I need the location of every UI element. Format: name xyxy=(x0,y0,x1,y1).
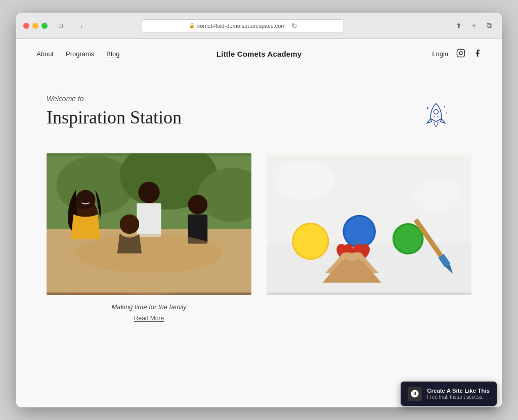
svg-point-5 xyxy=(444,106,445,107)
svg-rect-0 xyxy=(457,49,465,57)
instagram-icon[interactable] xyxy=(456,49,465,60)
url-text: comet-fluid-demo.squarespace.com xyxy=(197,23,286,29)
svg-point-33 xyxy=(276,161,335,200)
svg-point-25 xyxy=(293,224,328,259)
fullscreen-button[interactable] xyxy=(41,23,48,29)
welcome-text: Welcome to xyxy=(47,95,471,103)
squarespace-sub-text: Free trial. Instant access. xyxy=(427,394,490,400)
blog-hero: Welcome to Inspiration Station xyxy=(16,69,502,143)
art-scene-image xyxy=(267,153,471,295)
svg-point-15 xyxy=(76,190,96,210)
nav-blog[interactable]: Blog xyxy=(106,50,119,58)
svg-point-6 xyxy=(446,112,447,113)
nav-about[interactable]: About xyxy=(36,50,54,58)
svg-point-34 xyxy=(413,178,461,212)
svg-point-19 xyxy=(188,195,208,215)
lock-icon: 🔒 xyxy=(189,23,195,28)
svg-point-27 xyxy=(344,217,374,246)
website-content: About Programs Blog Little Comets Academ… xyxy=(16,39,502,407)
svg-point-2 xyxy=(462,51,463,52)
facebook-icon[interactable] xyxy=(473,49,482,59)
traffic-lights xyxy=(23,23,48,29)
browser-chrome: ⊡ ‹ › 🔒 comet-fluid-demo.squarespace.com… xyxy=(16,13,502,39)
login-link[interactable]: Login xyxy=(432,50,448,58)
svg-point-4 xyxy=(427,107,428,109)
svg-point-8 xyxy=(438,116,439,117)
svg-point-7 xyxy=(434,116,435,117)
browser-controls: ⊡ ‹ › xyxy=(56,21,84,31)
blog-title: Inspiration Station xyxy=(47,107,471,128)
post-caption-family: Making time for the family xyxy=(47,295,251,315)
svg-point-16 xyxy=(138,182,159,203)
minimize-button[interactable] xyxy=(32,23,38,29)
svg-point-29 xyxy=(395,225,422,253)
rocket-icon xyxy=(421,100,451,132)
svg-point-3 xyxy=(434,110,439,114)
squarespace-main-text: Create A Site Like This xyxy=(427,388,490,394)
squarespace-banner[interactable]: Create A Site Like This Free trial. Inst… xyxy=(401,382,497,406)
forward-button[interactable]: › xyxy=(78,21,85,31)
squarespace-logo xyxy=(408,387,422,401)
family-scene-image xyxy=(47,153,251,295)
svg-point-18 xyxy=(120,215,140,234)
sidebar-toggle-icon[interactable]: ⊡ xyxy=(56,21,66,31)
svg-point-21 xyxy=(76,234,222,273)
nav-left: About Programs Blog xyxy=(36,50,119,58)
blog-card-family: Making time for the family Read More xyxy=(47,153,251,324)
nav-programs[interactable]: Programs xyxy=(66,50,94,58)
back-button[interactable]: ‹ xyxy=(69,21,75,31)
new-tab-icon[interactable]: ＋ xyxy=(468,20,480,31)
blog-grid: Making time for the family Read More xyxy=(16,143,502,344)
site-header: About Programs Blog Little Comets Academ… xyxy=(16,39,502,69)
close-button[interactable] xyxy=(23,23,29,29)
browser-actions: ⬆ ＋ ⧉ xyxy=(453,20,495,31)
svg-rect-17 xyxy=(137,203,161,238)
nav-right: Login xyxy=(432,49,482,60)
read-more-family[interactable]: Read More xyxy=(47,315,251,324)
browser-window: ⊡ ‹ › 🔒 comet-fluid-demo.squarespace.com… xyxy=(16,13,502,407)
family-photo xyxy=(47,153,251,295)
blog-card-art xyxy=(267,153,471,324)
svg-point-1 xyxy=(459,52,462,55)
art-photo xyxy=(267,153,471,295)
site-title: Little Comets Academy xyxy=(217,50,301,58)
squarespace-banner-text: Create A Site Like This Free trial. Inst… xyxy=(427,388,490,400)
address-bar[interactable]: 🔒 comet-fluid-demo.squarespace.com ↻ xyxy=(142,19,344,32)
share-icon[interactable]: ⬆ xyxy=(453,20,464,31)
refresh-icon[interactable]: ↻ xyxy=(291,22,297,30)
tabs-icon[interactable]: ⧉ xyxy=(484,20,495,31)
